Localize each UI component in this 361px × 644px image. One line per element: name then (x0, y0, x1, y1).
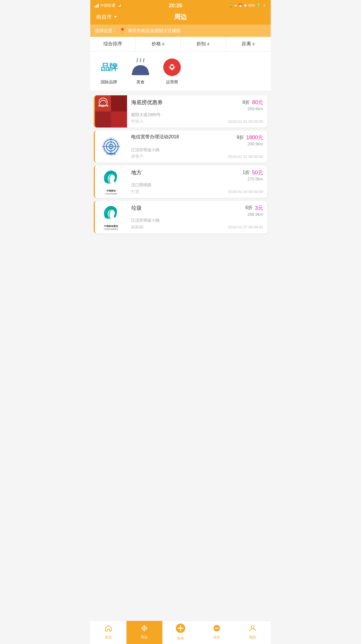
location-bar[interactable]: 选择位置： 📍 南昌市南昌县紫阳大道辅路 (90, 25, 271, 37)
card-distance-4: 268.9km (247, 212, 263, 217)
card-top-3: 地方 1折 50元 270.5km (131, 169, 263, 181)
city-selector[interactable]: 南昌市 (96, 13, 117, 20)
header: 南昌市 周边 (90, 11, 271, 25)
card-tag-4: 刷刷刷 (131, 225, 143, 230)
card-bottom-1: 年轻人 2018-01-31 00:00:00 (131, 119, 263, 124)
card-price-info-3: 1折 50元 270.5km (240, 169, 263, 181)
card-time-1: 2018-01-31 00:00:00 (228, 119, 263, 124)
card-time-2: 2018-01-31 00:00:00 (228, 154, 263, 159)
card-top-4: 垃圾 6折 3元 268.9km (131, 204, 263, 217)
brand-label: 国际品牌 (101, 80, 117, 85)
category-food[interactable]: 美食 (131, 57, 150, 85)
card-time-3: 2018-01-24 00:00:00 (228, 190, 263, 194)
card-bottom-3: 打赏 2018-01-24 00:00:00 (131, 189, 263, 194)
svg-text:中国电信: 中国电信 (106, 153, 116, 155)
card-top-2: 电信宽带办理活动2018 9折 1800元 268.9km (131, 134, 263, 146)
card-distance-2: 268.9km (247, 142, 263, 146)
sort-discount[interactable]: 折扣 (181, 37, 226, 51)
card-image-4: 中国移动通信CHINA MOBILE (95, 201, 127, 233)
bluetooth-icon: ✱ (244, 4, 247, 8)
svg-point-1 (171, 64, 173, 66)
card-discount-3: 1折 (242, 170, 250, 176)
chevron-down-icon (114, 16, 117, 18)
card-body-1: 海底捞优惠券 8折 80元 269.6km 紫阳大道2999号 年轻人 2018… (127, 95, 267, 128)
carrier-label: 中国联通 (100, 3, 115, 8)
card-price-4: 3元 (255, 204, 263, 211)
card-distance-1: 269.6km (247, 106, 263, 111)
status-bar: 中国联通 📶 20:26 🔒 ➤ ⏰ ✱ 49% 🔋 ⚡ (90, 0, 271, 11)
card-price-info-1: 8折 80元 269.6km (240, 99, 263, 111)
card-price-2: 1800元 (246, 134, 263, 141)
card-top-1: 海底捞优惠券 8折 80元 269.6km (131, 99, 263, 111)
listing-list: 海底捞火锅 海底捞优惠券 8折 80元 269.6km (90, 92, 271, 257)
page-title: 周边 (174, 13, 187, 21)
category-brand[interactable]: 品牌 国际品牌 (99, 57, 119, 85)
battery-icon: 🔋 (256, 3, 261, 8)
card-title-1: 海底捞优惠券 (131, 99, 240, 106)
card-tag-2: 老客户 (131, 154, 143, 159)
battery-label: 49% (248, 4, 255, 8)
food-icon (131, 57, 150, 77)
card-body-2: 电信宽带办理活动2018 9折 1800元 268.9km 江汉区明金小路 老客… (127, 130, 267, 163)
card-address-4: 江汉区明金小路 (131, 218, 160, 223)
status-left: 中国联通 📶 (94, 3, 122, 8)
card-body-3: 地方 1折 50元 270.5km 汉口阳明路 打赏 2018-01-24 00… (127, 166, 267, 198)
sort-discount-label: 折扣 (197, 41, 206, 47)
card-tag-3: 打赏 (131, 189, 139, 194)
status-time: 20:26 (169, 3, 182, 9)
sort-comprehensive[interactable]: 综合排序 (90, 37, 136, 51)
listing-card-3[interactable]: 中国移动China Mobile 地方 1折 50元 270.5km 汉口阳明路… (94, 166, 267, 198)
location-icon: ➤ (234, 4, 237, 8)
listing-card-1[interactable]: 海底捞火锅 海底捞优惠券 8折 80元 269.6km (94, 95, 267, 128)
card-mid-1: 紫阳大道2999号 (131, 112, 263, 118)
category-row: 品牌 国际品牌 美食 (90, 51, 271, 91)
card-discount-1: 8折 (242, 99, 250, 106)
lock-icon: 🔒 (229, 4, 233, 8)
card-title-3: 地方 (131, 169, 240, 176)
location-label-text: 选择位置： (95, 28, 117, 34)
card-image-3: 中国移动China Mobile (95, 166, 127, 198)
card-mid-3: 汉口阳明路 (131, 182, 263, 188)
card-discount-4: 6折 (245, 205, 253, 211)
operator-label: 运营商 (166, 80, 178, 85)
card-mid-2: 江汉区明金小路 (131, 147, 263, 153)
card-title-4: 垃圾 (131, 204, 243, 211)
distance-sort-arrows (252, 42, 255, 46)
card-time-4: 2018-01-27 00:04:01 (228, 225, 263, 229)
card-title-2: 电信宽带办理活动2018 (131, 134, 234, 140)
card-image-2: 中国电信 (95, 130, 127, 163)
listing-card-4[interactable]: 中国移动通信CHINA MOBILE 垃圾 6折 3元 268.9km 江汉区明… (94, 201, 267, 233)
price-sort-arrows (162, 42, 164, 46)
card-address-1: 紫阳大道2999号 (131, 112, 161, 118)
discount-sort-arrows (207, 42, 209, 46)
card-address-3: 汉口阳明路 (131, 182, 152, 188)
charging-icon: ⚡ (262, 4, 267, 8)
sort-distance[interactable]: 距离 (226, 37, 271, 51)
listing-card-2[interactable]: 中国电信 电信宽带办理活动2018 9折 1800元 268.9km 江汉区明金… (94, 130, 267, 163)
card-mid-4: 江汉区明金小路 (131, 218, 263, 223)
operator-icon (162, 57, 182, 77)
signal-icon (94, 4, 99, 8)
city-name: 南昌市 (96, 13, 112, 20)
alarm-icon: ⏰ (238, 4, 243, 8)
card-tag-1: 年轻人 (131, 119, 143, 124)
card-discount-2: 9折 (237, 135, 244, 141)
card-body-4: 垃圾 6折 3元 268.9km 江汉区明金小路 刷刷刷 2018-01-27 … (127, 201, 267, 233)
sort-price-label: 价格 (152, 41, 161, 47)
sort-price[interactable]: 价格 (136, 37, 181, 51)
card-price-info-4: 6折 3元 268.9km (243, 204, 263, 217)
sort-distance-label: 距离 (242, 41, 251, 47)
card-bottom-2: 老客户 2018-01-31 00:00:00 (131, 154, 263, 159)
pin-icon: 📍 (119, 27, 126, 34)
svg-text:海底捞火锅: 海底捞火锅 (98, 104, 108, 107)
status-right: 🔒 ➤ ⏰ ✱ 49% 🔋 ⚡ (229, 3, 267, 8)
card-image-1: 海底捞火锅 (95, 95, 127, 128)
category-operator[interactable]: 运营商 (162, 57, 182, 85)
card-address-2: 江汉区明金小路 (131, 147, 160, 153)
sort-bar: 综合排序 价格 折扣 距离 (90, 37, 271, 51)
food-label: 美食 (136, 80, 145, 85)
wifi-icon: 📶 (117, 3, 122, 8)
brand-icon: 品牌 (99, 57, 119, 77)
card-price-info-2: 9折 1800元 268.9km (234, 134, 263, 146)
sort-comprehensive-label: 综合排序 (103, 41, 122, 47)
